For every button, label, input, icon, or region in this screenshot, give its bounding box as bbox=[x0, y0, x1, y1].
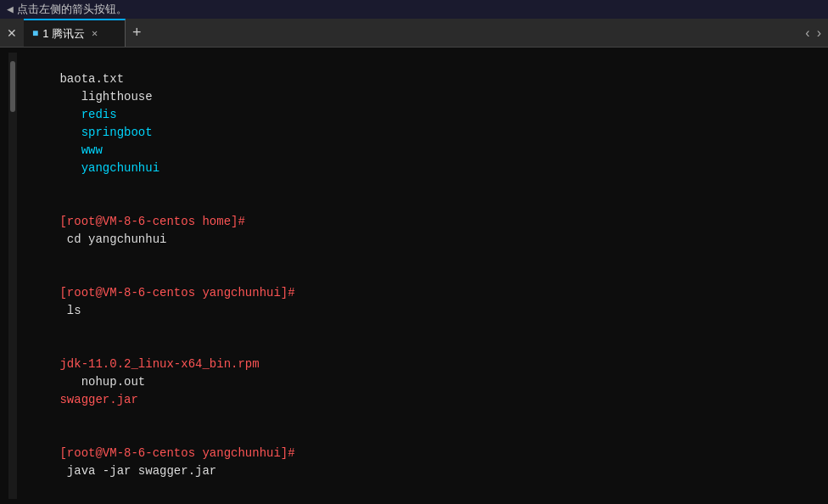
line-filelist2: jdk-11.0.2_linux-x64_bin.rpm nohup.out s… bbox=[17, 338, 820, 427]
file-springboot: springboot bbox=[59, 126, 152, 139]
line-prompt-cd: [root@VM-8-6-centos home]# cd yangchunhu… bbox=[17, 195, 820, 266]
prompt-user1: [root@VM-8-6-centos home]# bbox=[59, 215, 244, 228]
scrollbar[interactable] bbox=[8, 53, 17, 499]
file-www: www bbox=[59, 143, 102, 157]
terminal-content: baota.txt lighthouse redis springboot ww… bbox=[17, 53, 820, 499]
tab-close-x-button[interactable]: ✕ bbox=[0, 19, 24, 47]
cmd-cd: cd yangchunhui bbox=[59, 232, 166, 246]
new-tab-button[interactable]: + bbox=[126, 19, 148, 47]
tab-bar: ✕ ■ 1 腾讯云 ✕ + ‹ › bbox=[0, 19, 828, 48]
file-nohup: nohup.out bbox=[59, 375, 159, 389]
tab-close-button[interactable]: ✕ bbox=[92, 27, 98, 40]
file-redis: redis bbox=[59, 108, 116, 121]
file-baota: baota.txt bbox=[59, 72, 124, 86]
blank-line-1 bbox=[17, 498, 820, 499]
tab-icon: ■ bbox=[32, 28, 38, 40]
hint-text: 点击左侧的箭头按钮。 bbox=[17, 2, 127, 17]
file-swagger-jar: swagger.jar bbox=[59, 393, 137, 406]
file-jdk: jdk-11.0.2_linux-x64_bin.rpm bbox=[59, 357, 259, 371]
file-lighthouse: lighthouse bbox=[59, 90, 152, 104]
file-yangchunhui: yangchunhui bbox=[59, 161, 159, 175]
hint-bar: ◀ 点击左侧的箭头按钮。 bbox=[0, 0, 828, 19]
line-prompt-java: [root@VM-8-6-centos yangchunhui]# java -… bbox=[17, 427, 820, 498]
prompt-user3: [root@VM-8-6-centos yangchunhui]# bbox=[59, 446, 294, 460]
terminal[interactable]: baota.txt lighthouse redis springboot ww… bbox=[0, 48, 828, 504]
arrow-icon: ◀ bbox=[7, 3, 14, 16]
cmd-ls: ls bbox=[59, 304, 81, 317]
tab-prev-button[interactable]: ‹ bbox=[802, 25, 813, 41]
line-filelist1: baota.txt lighthouse redis springboot ww… bbox=[17, 53, 820, 195]
tab-next-button[interactable]: › bbox=[814, 25, 825, 41]
scrollbar-thumb[interactable] bbox=[10, 61, 15, 112]
tab-1[interactable]: ■ 1 腾讯云 ✕ bbox=[24, 19, 126, 47]
prompt-user2: [root@VM-8-6-centos yangchunhui]# bbox=[59, 286, 294, 300]
tab-label: 1 腾讯云 bbox=[42, 26, 85, 42]
cmd-java: java -jar swagger.jar bbox=[59, 464, 216, 478]
line-prompt-ls: [root@VM-8-6-centos yangchunhui]# ls bbox=[17, 266, 820, 338]
tab-nav-buttons: ‹ › bbox=[802, 19, 828, 47]
